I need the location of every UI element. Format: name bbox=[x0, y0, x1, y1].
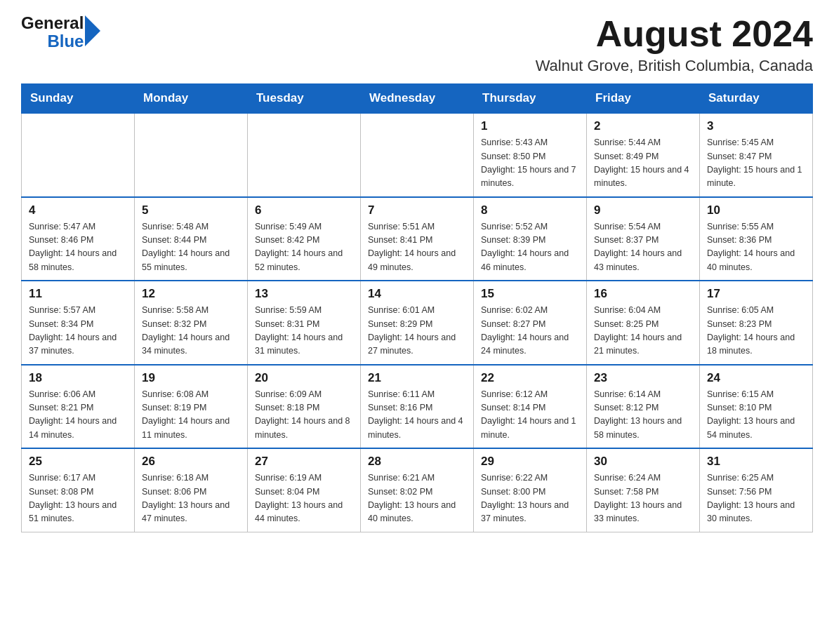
day-info: Sunrise: 6:06 AMSunset: 8:21 PMDaylight:… bbox=[29, 388, 127, 443]
calendar-header-tuesday: Tuesday bbox=[248, 84, 361, 114]
calendar-cell: 31Sunrise: 6:25 AMSunset: 7:56 PMDayligh… bbox=[700, 448, 813, 532]
calendar-cell: 6Sunrise: 5:49 AMSunset: 8:42 PMDaylight… bbox=[248, 197, 361, 281]
day-number: 23 bbox=[594, 371, 692, 385]
day-info: Sunrise: 5:55 AMSunset: 8:36 PMDaylight:… bbox=[707, 220, 805, 275]
day-number: 12 bbox=[142, 287, 240, 301]
calendar-cell: 5Sunrise: 5:48 AMSunset: 8:44 PMDaylight… bbox=[135, 197, 248, 281]
calendar-cell: 16Sunrise: 6:04 AMSunset: 8:25 PMDayligh… bbox=[587, 281, 700, 365]
day-number: 10 bbox=[707, 203, 805, 217]
calendar-cell: 18Sunrise: 6:06 AMSunset: 8:21 PMDayligh… bbox=[22, 365, 135, 449]
title-block: August 2024 Walnut Grove, British Columb… bbox=[536, 14, 813, 75]
day-number: 28 bbox=[368, 455, 466, 469]
logo-arrow-icon bbox=[85, 15, 100, 46]
day-number: 18 bbox=[29, 371, 127, 385]
day-number: 22 bbox=[481, 371, 579, 385]
day-info: Sunrise: 6:09 AMSunset: 8:18 PMDaylight:… bbox=[255, 388, 353, 443]
calendar-cell: 11Sunrise: 5:57 AMSunset: 8:34 PMDayligh… bbox=[22, 281, 135, 365]
day-number: 9 bbox=[594, 203, 692, 217]
logo-general: General bbox=[21, 14, 84, 32]
week-row-3: 11Sunrise: 5:57 AMSunset: 8:34 PMDayligh… bbox=[22, 281, 813, 365]
day-info: Sunrise: 6:22 AMSunset: 8:00 PMDaylight:… bbox=[481, 471, 579, 526]
calendar-table: SundayMondayTuesdayWednesdayThursdayFrid… bbox=[21, 83, 813, 532]
calendar-cell: 8Sunrise: 5:52 AMSunset: 8:39 PMDaylight… bbox=[474, 197, 587, 281]
day-info: Sunrise: 5:49 AMSunset: 8:42 PMDaylight:… bbox=[255, 220, 353, 275]
day-info: Sunrise: 5:54 AMSunset: 8:37 PMDaylight:… bbox=[594, 220, 692, 275]
calendar-cell: 19Sunrise: 6:08 AMSunset: 8:19 PMDayligh… bbox=[135, 365, 248, 449]
day-number: 17 bbox=[707, 287, 805, 301]
day-info: Sunrise: 6:04 AMSunset: 8:25 PMDaylight:… bbox=[594, 304, 692, 358]
day-info: Sunrise: 5:48 AMSunset: 8:44 PMDaylight:… bbox=[142, 220, 240, 275]
day-number: 27 bbox=[255, 455, 353, 469]
calendar-header-saturday: Saturday bbox=[700, 84, 813, 114]
day-info: Sunrise: 5:57 AMSunset: 8:34 PMDaylight:… bbox=[29, 304, 127, 358]
week-row-5: 25Sunrise: 6:17 AMSunset: 8:08 PMDayligh… bbox=[22, 448, 813, 532]
calendar-cell: 22Sunrise: 6:12 AMSunset: 8:14 PMDayligh… bbox=[474, 365, 587, 449]
day-number: 8 bbox=[481, 203, 579, 217]
calendar-header-thursday: Thursday bbox=[474, 84, 587, 114]
calendar-cell: 14Sunrise: 6:01 AMSunset: 8:29 PMDayligh… bbox=[361, 281, 474, 365]
day-info: Sunrise: 6:21 AMSunset: 8:02 PMDaylight:… bbox=[368, 471, 466, 526]
day-info: Sunrise: 5:44 AMSunset: 8:49 PMDaylight:… bbox=[594, 136, 692, 191]
day-number: 7 bbox=[368, 203, 466, 217]
calendar-cell: 25Sunrise: 6:17 AMSunset: 8:08 PMDayligh… bbox=[22, 448, 135, 532]
calendar-cell: 10Sunrise: 5:55 AMSunset: 8:36 PMDayligh… bbox=[700, 197, 813, 281]
logo-blue: Blue bbox=[47, 32, 84, 51]
day-number: 20 bbox=[255, 371, 353, 385]
day-info: Sunrise: 6:11 AMSunset: 8:16 PMDaylight:… bbox=[368, 388, 466, 443]
calendar-cell: 7Sunrise: 5:51 AMSunset: 8:41 PMDaylight… bbox=[361, 197, 474, 281]
day-info: Sunrise: 5:43 AMSunset: 8:50 PMDaylight:… bbox=[481, 136, 579, 191]
day-number: 21 bbox=[368, 371, 466, 385]
calendar-cell: 13Sunrise: 5:59 AMSunset: 8:31 PMDayligh… bbox=[248, 281, 361, 365]
calendar-cell: 21Sunrise: 6:11 AMSunset: 8:16 PMDayligh… bbox=[361, 365, 474, 449]
day-info: Sunrise: 6:17 AMSunset: 8:08 PMDaylight:… bbox=[29, 471, 127, 526]
day-info: Sunrise: 6:18 AMSunset: 8:06 PMDaylight:… bbox=[142, 471, 240, 526]
calendar-cell: 9Sunrise: 5:54 AMSunset: 8:37 PMDaylight… bbox=[587, 197, 700, 281]
day-number: 11 bbox=[29, 287, 127, 301]
calendar-header-sunday: Sunday bbox=[22, 84, 135, 114]
day-info: Sunrise: 6:05 AMSunset: 8:23 PMDaylight:… bbox=[707, 304, 805, 358]
calendar-cell: 20Sunrise: 6:09 AMSunset: 8:18 PMDayligh… bbox=[248, 365, 361, 449]
calendar-cell: 30Sunrise: 6:24 AMSunset: 7:58 PMDayligh… bbox=[587, 448, 700, 532]
week-row-1: 1Sunrise: 5:43 AMSunset: 8:50 PMDaylight… bbox=[22, 113, 813, 197]
day-info: Sunrise: 6:08 AMSunset: 8:19 PMDaylight:… bbox=[142, 388, 240, 443]
day-number: 3 bbox=[707, 119, 805, 133]
calendar-cell: 27Sunrise: 6:19 AMSunset: 8:04 PMDayligh… bbox=[248, 448, 361, 532]
day-info: Sunrise: 6:12 AMSunset: 8:14 PMDaylight:… bbox=[481, 388, 579, 443]
day-number: 25 bbox=[29, 455, 127, 469]
page-title: August 2024 bbox=[536, 14, 813, 54]
day-info: Sunrise: 6:24 AMSunset: 7:58 PMDaylight:… bbox=[594, 471, 692, 526]
day-number: 13 bbox=[255, 287, 353, 301]
calendar-cell: 23Sunrise: 6:14 AMSunset: 8:12 PMDayligh… bbox=[587, 365, 700, 449]
calendar-cell bbox=[135, 113, 248, 197]
day-number: 29 bbox=[481, 455, 579, 469]
day-number: 15 bbox=[481, 287, 579, 301]
day-number: 2 bbox=[594, 119, 692, 133]
calendar-cell: 29Sunrise: 6:22 AMSunset: 8:00 PMDayligh… bbox=[474, 448, 587, 532]
day-number: 16 bbox=[594, 287, 692, 301]
day-info: Sunrise: 5:47 AMSunset: 8:46 PMDaylight:… bbox=[29, 220, 127, 275]
day-info: Sunrise: 6:25 AMSunset: 7:56 PMDaylight:… bbox=[707, 471, 805, 526]
calendar-cell bbox=[361, 113, 474, 197]
calendar-cell: 1Sunrise: 5:43 AMSunset: 8:50 PMDaylight… bbox=[474, 113, 587, 197]
day-number: 31 bbox=[707, 455, 805, 469]
day-info: Sunrise: 5:59 AMSunset: 8:31 PMDaylight:… bbox=[255, 304, 353, 358]
day-number: 14 bbox=[368, 287, 466, 301]
day-info: Sunrise: 5:52 AMSunset: 8:39 PMDaylight:… bbox=[481, 220, 579, 275]
page-header: General Blue August 2024 Walnut Grove, B… bbox=[21, 14, 813, 75]
day-number: 1 bbox=[481, 119, 579, 133]
page-subtitle: Walnut Grove, British Columbia, Canada bbox=[536, 57, 813, 75]
day-info: Sunrise: 5:58 AMSunset: 8:32 PMDaylight:… bbox=[142, 304, 240, 358]
day-info: Sunrise: 6:15 AMSunset: 8:10 PMDaylight:… bbox=[707, 388, 805, 443]
day-number: 4 bbox=[29, 203, 127, 217]
calendar-header-row: SundayMondayTuesdayWednesdayThursdayFrid… bbox=[22, 84, 813, 114]
calendar-cell: 2Sunrise: 5:44 AMSunset: 8:49 PMDaylight… bbox=[587, 113, 700, 197]
day-info: Sunrise: 6:01 AMSunset: 8:29 PMDaylight:… bbox=[368, 304, 466, 358]
week-row-4: 18Sunrise: 6:06 AMSunset: 8:21 PMDayligh… bbox=[22, 365, 813, 449]
calendar-cell: 3Sunrise: 5:45 AMSunset: 8:47 PMDaylight… bbox=[700, 113, 813, 197]
day-info: Sunrise: 6:19 AMSunset: 8:04 PMDaylight:… bbox=[255, 471, 353, 526]
day-info: Sunrise: 5:45 AMSunset: 8:47 PMDaylight:… bbox=[707, 136, 805, 191]
day-number: 5 bbox=[142, 203, 240, 217]
day-info: Sunrise: 6:02 AMSunset: 8:27 PMDaylight:… bbox=[481, 304, 579, 358]
calendar-cell: 24Sunrise: 6:15 AMSunset: 8:10 PMDayligh… bbox=[700, 365, 813, 449]
day-number: 26 bbox=[142, 455, 240, 469]
